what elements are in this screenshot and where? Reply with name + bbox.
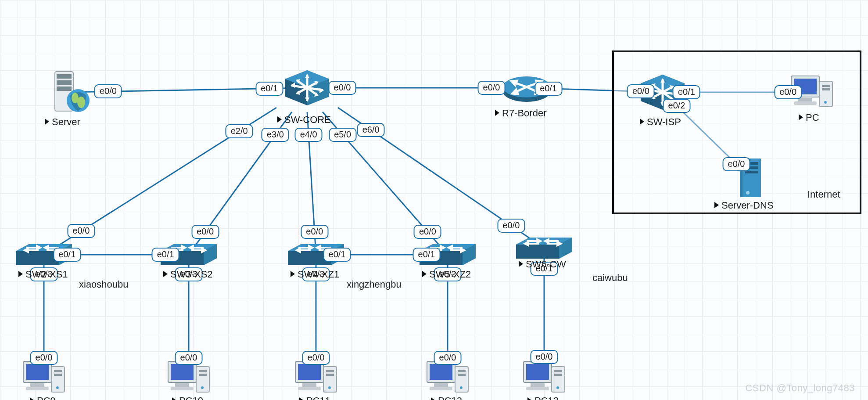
port-swisp-e0-2: e0/2 <box>663 99 691 113</box>
svg-rect-61 <box>822 85 830 87</box>
svg-marker-96 <box>309 246 312 249</box>
watermark: CSDN @Tony_long7483 <box>745 382 855 394</box>
play-icon <box>422 271 427 277</box>
port-r7-e0-1: e0/1 <box>534 82 562 96</box>
play-icon <box>299 397 304 400</box>
node-label-text-swcore: SW-CORE <box>284 114 331 125</box>
port-server-e0-0: e0/0 <box>94 84 122 98</box>
svg-rect-126 <box>26 364 49 380</box>
node-label-sw5: SW5-XZ2 <box>422 269 471 280</box>
port-swcore-e4-0: e4/0 <box>295 128 323 142</box>
svg-rect-130 <box>54 370 62 372</box>
node-label-pc13: PC13 <box>527 395 559 400</box>
node-label-text-sw4: SW4-XZ1 <box>298 269 339 280</box>
node-label-text-pc11: PC11 <box>306 395 330 400</box>
node-label-text-pc9: PC9 <box>37 395 56 400</box>
svg-rect-131 <box>54 374 62 376</box>
svg-marker-98 <box>317 246 320 249</box>
port-sw3-e0-1: e0/1 <box>152 248 179 262</box>
svg-marker-85 <box>182 246 185 249</box>
port-srvdns-e0-0: e0/0 <box>723 157 750 171</box>
port-sw6-e0-0: e0/0 <box>497 219 525 233</box>
node-label-text-sw3: SW3-XS2 <box>170 269 213 280</box>
svg-point-69 <box>746 191 750 195</box>
node-label-sw4: SW4-XZ1 <box>291 269 339 280</box>
text-caiwubu: caiwubu <box>592 272 628 284</box>
svg-rect-162 <box>554 370 562 372</box>
svg-marker-120 <box>545 239 549 243</box>
port-swcore-e0-0: e0/0 <box>329 81 356 95</box>
port-swcore-e5-0: e5/0 <box>329 128 356 142</box>
port-swcore-e0-1: e0/1 <box>255 82 283 96</box>
play-icon <box>18 271 23 277</box>
svg-point-156 <box>460 386 463 389</box>
port-pc_inet-e0-0: e0/0 <box>774 85 802 99</box>
svg-marker-122 <box>525 242 528 245</box>
svg-marker-76 <box>45 246 48 249</box>
svg-rect-62 <box>822 88 830 90</box>
text-internet: Internet <box>807 189 840 200</box>
play-icon <box>277 116 282 123</box>
node-label-text-swisp: SW-ISP <box>647 116 681 127</box>
node-label-text-pc13: PC13 <box>534 395 559 400</box>
svg-rect-142 <box>298 364 321 380</box>
play-icon <box>291 271 295 277</box>
play-icon <box>640 119 644 125</box>
port-r7-e0-0: e0/0 <box>478 81 506 95</box>
node-sw6[interactable] <box>513 235 575 261</box>
node-label-swisp: SW-ISP <box>640 116 681 128</box>
port-swisp-e0-1: e0/1 <box>673 85 700 99</box>
node-swcore[interactable] <box>281 66 334 110</box>
svg-marker-118 <box>537 239 541 243</box>
play-icon <box>163 271 168 277</box>
svg-rect-155 <box>458 374 466 376</box>
node-server[interactable] <box>46 68 94 116</box>
port-sw2-e0-0: e0/0 <box>67 224 95 238</box>
svg-rect-135 <box>175 383 189 387</box>
play-icon <box>714 202 719 208</box>
svg-point-148 <box>328 386 331 389</box>
svg-rect-151 <box>434 383 448 387</box>
svg-marker-124 <box>557 242 561 245</box>
port-sw3-e0-0: e0/0 <box>191 225 219 239</box>
port-sw4-e0-0: e0/0 <box>301 225 328 239</box>
node-label-server: Server <box>45 116 80 128</box>
node-label-sw3: SW3-XS2 <box>163 269 213 280</box>
play-icon <box>30 397 34 400</box>
node-label-text-srvdns: Server-DNS <box>721 200 774 211</box>
svg-marker-78 <box>25 249 28 252</box>
svg-marker-91 <box>202 249 205 252</box>
svg-marker-107 <box>441 246 444 249</box>
svg-point-132 <box>56 386 59 389</box>
svg-rect-158 <box>526 364 549 380</box>
node-label-text-sw2: SW2-XS1 <box>25 269 68 280</box>
svg-rect-59 <box>794 101 817 105</box>
port-pc12-e0-0: e0/0 <box>434 351 462 365</box>
port-pc10-e0-0: e0/0 <box>175 351 203 365</box>
svg-rect-163 <box>554 374 562 376</box>
svg-rect-144 <box>298 387 321 390</box>
port-swcore-e3-0: e3/0 <box>262 128 289 142</box>
play-icon <box>799 114 803 120</box>
svg-rect-159 <box>531 383 545 387</box>
svg-rect-18 <box>57 74 72 79</box>
svg-point-164 <box>556 386 559 389</box>
svg-marker-113 <box>461 249 464 252</box>
node-label-swcore: SW-CORE <box>277 114 331 126</box>
svg-rect-138 <box>199 370 207 372</box>
svg-rect-154 <box>458 370 466 372</box>
svg-rect-20 <box>57 86 72 91</box>
svg-rect-147 <box>326 374 334 376</box>
svg-rect-143 <box>302 383 316 387</box>
node-label-sw6: SW6-CW <box>519 259 566 270</box>
port-sw2-e0-1: e0/1 <box>53 248 81 262</box>
port-sw5-e0-1: e0/1 <box>413 248 441 262</box>
port-pc11-e0-0: e0/0 <box>302 351 330 365</box>
play-icon <box>527 397 532 400</box>
svg-marker-87 <box>190 246 193 249</box>
node-label-r7: R7-Border <box>495 108 546 119</box>
play-icon <box>495 110 499 116</box>
node-label-text-server: Server <box>52 116 80 127</box>
port-swisp-e0-0: e0/0 <box>627 84 655 98</box>
port-swcore-e2-0: e2/0 <box>226 124 253 138</box>
